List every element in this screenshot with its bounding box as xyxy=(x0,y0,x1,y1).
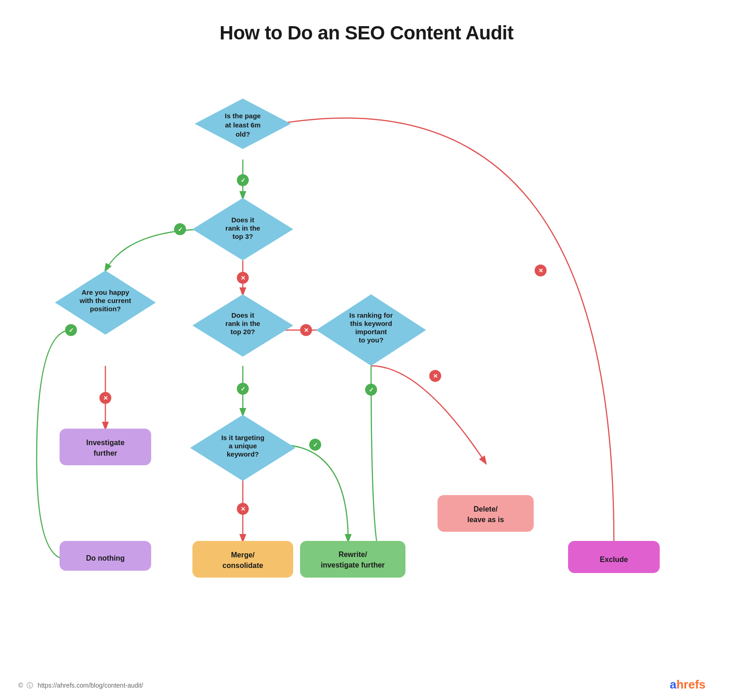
badge-q4-q6-text: ✓ xyxy=(241,386,246,392)
svg-rect-25 xyxy=(60,429,151,465)
badge-q4-q5-text: ✕ xyxy=(304,327,309,334)
svg-rect-36 xyxy=(438,495,534,532)
action-investigate: Investigate further xyxy=(60,429,151,465)
node-q2: Does it rank in the top 3? xyxy=(192,198,293,260)
url-text: https://ahrefs.com/blog/content-audit/ xyxy=(38,682,143,689)
page-title: How to Do an SEO Content Audit xyxy=(0,0,733,44)
svg-text:top 20?: top 20? xyxy=(230,328,255,336)
svg-text:important: important xyxy=(355,328,387,336)
svg-text:a unique: a unique xyxy=(229,442,257,450)
action-donothing: Do nothing xyxy=(60,541,151,571)
svg-text:at least 6m: at least 6m xyxy=(225,121,261,129)
svg-text:this keyword: this keyword xyxy=(350,320,392,327)
node-q5: Is ranking for this keyword important to… xyxy=(316,294,426,366)
svg-text:Merge/: Merge/ xyxy=(231,551,255,559)
svg-text:Delete/: Delete/ xyxy=(474,505,498,513)
svg-text:leave as is: leave as is xyxy=(467,516,504,524)
ahrefs-logo-hrefs: hrefs xyxy=(676,678,706,691)
connector-q5-delete xyxy=(371,366,486,463)
badge-q6-rewrite-text: ✓ xyxy=(313,441,318,448)
flowchart-svg: ✓ ✓ ✕ ✕ ✓ ✕ ✓ ✓ ✕ ✕ ✓ ✕ Is the page at l… xyxy=(0,60,733,678)
svg-text:to you?: to you? xyxy=(359,336,383,344)
info-icon: ⓘ xyxy=(27,682,33,689)
svg-text:top 3?: top 3? xyxy=(233,232,253,240)
svg-text:keyword?: keyword? xyxy=(227,450,259,458)
svg-text:Is ranking for: Is ranking for xyxy=(349,311,393,319)
ahrefs-logo-a: a xyxy=(670,678,676,691)
svg-text:consolidate: consolidate xyxy=(223,562,263,569)
svg-rect-33 xyxy=(300,541,405,578)
svg-text:old?: old? xyxy=(235,130,250,138)
footer-url: © ⓘ https://ahrefs.com/blog/content-audi… xyxy=(18,682,143,690)
node-q1: Is the page at least 6m old? xyxy=(195,99,291,149)
svg-text:further: further xyxy=(93,449,117,457)
copyright-icon: © xyxy=(18,682,23,689)
svg-text:with the current: with the current xyxy=(79,297,131,304)
svg-text:Do nothing: Do nothing xyxy=(86,554,125,562)
svg-text:Exclude: Exclude xyxy=(600,556,628,563)
badge-q5-rewrite-text: ✓ xyxy=(369,386,374,393)
svg-text:Is the page: Is the page xyxy=(225,112,261,120)
ahrefs-logo: ahrefs xyxy=(670,678,706,692)
action-exclude: Exclude xyxy=(568,541,660,573)
svg-text:rank in the: rank in the xyxy=(225,224,260,232)
svg-text:Does it: Does it xyxy=(231,216,254,224)
connector-q2-q3 xyxy=(105,229,211,270)
connector-q6-rewrite xyxy=(279,445,348,541)
svg-text:position?: position? xyxy=(90,305,121,313)
badge-q2-q4-text: ✕ xyxy=(241,275,246,281)
action-merge: Merge/ consolidate xyxy=(192,541,293,578)
svg-text:Investigate: Investigate xyxy=(86,439,125,446)
badge-q3-investigate-text: ✕ xyxy=(103,395,108,402)
badge-q1-q2-text: ✓ xyxy=(241,177,246,184)
svg-text:Rewrite/: Rewrite/ xyxy=(339,551,367,558)
svg-text:Are you happy: Are you happy xyxy=(82,288,130,296)
node-q4: Does it rank in the top 20? xyxy=(192,294,293,357)
action-delete: Delete/ leave as is xyxy=(438,495,534,532)
badge-q3-donothing-text: ✓ xyxy=(69,327,74,334)
node-q6: Is it targeting a unique keyword? xyxy=(190,415,295,481)
diagram-container: ✓ ✓ ✕ ✕ ✓ ✕ ✓ ✓ ✕ ✕ ✓ ✕ Is the page at l… xyxy=(0,60,733,678)
svg-text:Does it: Does it xyxy=(231,311,254,319)
svg-text:investigate further: investigate further xyxy=(321,561,385,569)
badge-q6-merge-text: ✕ xyxy=(241,506,246,513)
action-rewrite: Rewrite/ investigate further xyxy=(300,541,405,578)
svg-rect-30 xyxy=(192,541,293,578)
badge-q1-exclude-text: ✕ xyxy=(538,267,543,274)
svg-text:rank in the: rank in the xyxy=(225,320,260,327)
badge-q5-delete-text: ✕ xyxy=(433,373,438,380)
svg-text:Is it targeting: Is it targeting xyxy=(221,434,264,441)
badge-q2-q3-text: ✓ xyxy=(178,226,183,233)
